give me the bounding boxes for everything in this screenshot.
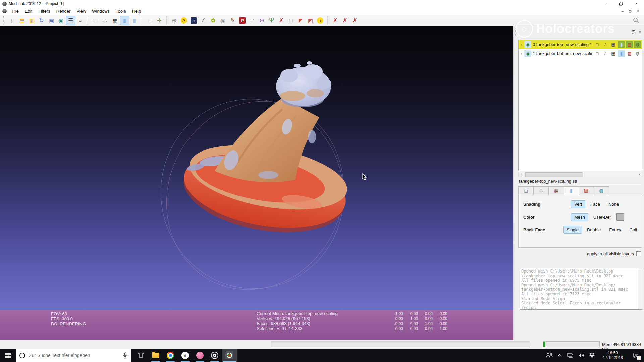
taskbar-app-obs[interactable] xyxy=(207,349,222,362)
close-button[interactable]: × xyxy=(629,0,644,7)
option-user-def[interactable]: User-Def xyxy=(590,213,614,221)
render-smooth-button[interactable]: ▮ xyxy=(120,16,129,25)
option-mesh[interactable]: Mesh xyxy=(571,213,588,221)
taskbar-app-pink[interactable] xyxy=(193,349,207,362)
option-vert[interactable]: Vert xyxy=(571,200,585,208)
apply-all-layers-checkbox[interactable] xyxy=(636,251,641,256)
taskbar-app-file-explorer[interactable] xyxy=(148,349,163,362)
toolbar-handle[interactable] xyxy=(3,16,5,24)
taskbar-app-meshlab[interactable] xyxy=(222,349,237,362)
taskbar-app-hash-circle[interactable]: # xyxy=(178,349,193,362)
snapshot-button[interactable]: ◉ xyxy=(56,16,66,25)
layer-rendermode-icon-3[interactable]: ▮ xyxy=(618,41,625,48)
mdi-close-button[interactable]: × xyxy=(635,9,641,14)
layer-row[interactable]: ›◉0 tankgeber-top_new-scaling *□∴▦▮▨◍ xyxy=(519,40,642,49)
dock-close-button[interactable]: × xyxy=(639,29,641,35)
action-center-button[interactable]: 1 xyxy=(631,349,642,362)
search-input[interactable] xyxy=(28,352,120,358)
layer-rendermode-icon-2[interactable]: ▦ xyxy=(610,41,617,48)
network-icon[interactable] xyxy=(567,353,574,358)
start-button[interactable] xyxy=(0,349,16,362)
layer-rendermode-icon-0[interactable]: □ xyxy=(594,50,601,57)
align-tool-button[interactable]: ⊛ xyxy=(257,16,267,25)
delete-selected-vertices-button[interactable]: ✗ xyxy=(350,16,360,25)
delete-mesh-button[interactable]: ✗ xyxy=(276,16,286,25)
show-layer-dialog-button[interactable]: ☰ xyxy=(66,16,75,25)
people-icon[interactable] xyxy=(546,353,553,358)
task-view-button[interactable] xyxy=(133,349,148,362)
deselect-all-button[interactable]: ✗ xyxy=(330,16,340,25)
layer-rendermode-icon-4[interactable]: ▨ xyxy=(626,41,633,48)
option-cull[interactable]: Cull xyxy=(626,226,640,234)
tray-overflow-chevron-icon[interactable] xyxy=(557,354,562,357)
delete-selected-faces-button[interactable]: ✗ xyxy=(340,16,350,25)
layer-rendermode-icon-1[interactable]: ∴ xyxy=(602,50,609,57)
render-points-button[interactable]: ∴ xyxy=(100,16,110,25)
tab-texture[interactable]: ◍ xyxy=(594,186,609,195)
layer-rendermode-icon-4[interactable]: ▨ xyxy=(626,50,633,57)
tab-wireframe[interactable]: ▦ xyxy=(548,186,564,195)
light-button[interactable]: ✿ xyxy=(208,16,218,25)
main-hscrollbar[interactable] xyxy=(271,341,530,347)
mdi-restore-button[interactable] xyxy=(627,9,634,14)
volume-icon[interactable] xyxy=(578,353,585,358)
info-button[interactable]: i xyxy=(315,16,325,25)
option-fancy[interactable]: Fancy xyxy=(606,226,624,234)
menu-help[interactable]: Help xyxy=(129,8,144,15)
dock-handle[interactable] xyxy=(515,29,517,36)
minimize-button[interactable]: – xyxy=(598,0,613,7)
select-faces-rect-button[interactable]: ◩ xyxy=(306,16,315,25)
tab-color[interactable]: ▨ xyxy=(579,186,594,195)
layer-rendermode-icon-5[interactable]: ◍ xyxy=(634,50,641,57)
option-face[interactable]: Face xyxy=(587,200,603,208)
log-vscrollbar[interactable] xyxy=(638,268,642,309)
menu-edit[interactable]: Edit xyxy=(22,8,35,15)
render-wireframe-button[interactable]: ▦ xyxy=(110,16,120,25)
layer-rendermode-icon-5[interactable]: ◍ xyxy=(634,41,641,48)
show-axes-button[interactable]: ✛ xyxy=(154,16,164,25)
select-rect-button[interactable]: □ xyxy=(286,16,296,25)
colorize-button[interactable]: Ψ xyxy=(267,16,276,25)
option-none[interactable]: None xyxy=(605,200,622,208)
layer-visibility-eye-icon[interactable]: ◉ xyxy=(524,41,531,48)
layer-rendermode-icon-1[interactable]: ∴ xyxy=(602,41,609,48)
taskbar-search[interactable] xyxy=(16,349,131,362)
tray-clock[interactable]: 16:59 17.12.2018 xyxy=(599,351,626,360)
layer-rendermode-icon-2[interactable]: ▦ xyxy=(610,50,617,57)
scroll-thumb[interactable] xyxy=(525,172,583,177)
menu-filters[interactable]: Filters xyxy=(35,8,53,15)
mdi-minimize-button[interactable]: – xyxy=(619,9,626,14)
ortho-camera-button[interactable]: ◉ xyxy=(218,16,228,25)
menu-windows[interactable]: Windows xyxy=(89,8,113,15)
user-def-color-swatch[interactable] xyxy=(616,213,624,221)
save-project-button[interactable]: ▣ xyxy=(46,16,56,25)
paint-button[interactable]: P xyxy=(237,16,247,25)
option-single[interactable]: Single xyxy=(563,226,582,234)
layer-visibility-eye-icon[interactable]: ◉ xyxy=(524,50,531,57)
background-grid-button[interactable]: ⌂ xyxy=(189,16,199,25)
render-flat-button[interactable]: ▮ xyxy=(129,16,139,25)
tab-bbox[interactable]: □ xyxy=(518,186,534,195)
texture-stack-button[interactable]: ≣ xyxy=(145,16,154,25)
tab-solid[interactable]: ▮ xyxy=(564,186,579,195)
show-raster-button[interactable]: ◒ xyxy=(75,16,85,25)
layer-row[interactable]: ›◉1 tankgeber-bottom_new-scaling *□∴▦▮▨◍ xyxy=(519,49,642,58)
toolbar-search-button[interactable] xyxy=(633,17,639,24)
reload-mesh-button[interactable]: ↻ xyxy=(37,16,46,25)
trackball-button[interactable]: ⊕ xyxy=(169,16,179,25)
layer-list-hscrollbar[interactable]: ‹ › xyxy=(518,172,642,177)
point-picking-button[interactable]: ∵ xyxy=(247,16,257,25)
taskbar-app-chrome[interactable] xyxy=(163,349,178,362)
dock-float-button[interactable] xyxy=(632,30,635,35)
render-bbox-button[interactable]: □ xyxy=(91,16,100,25)
viewport-3d[interactable]: FOV: 60 FPS: 303.0 BO_RENDERING Current … xyxy=(0,26,513,340)
menu-render[interactable]: Render xyxy=(53,8,74,15)
zpaint-brush-button[interactable]: ✎ xyxy=(228,16,237,25)
option-double[interactable]: Double xyxy=(584,226,604,234)
new-project-button[interactable]: ▯ xyxy=(7,16,17,25)
show-labels-button[interactable]: A xyxy=(179,16,189,25)
tab-points[interactable]: ∴ xyxy=(533,186,549,195)
layer-rendermode-icon-3[interactable]: ▮ xyxy=(618,50,625,57)
select-faces-button[interactable]: ◤ xyxy=(296,16,306,25)
menu-tools[interactable]: Tools xyxy=(113,8,129,15)
